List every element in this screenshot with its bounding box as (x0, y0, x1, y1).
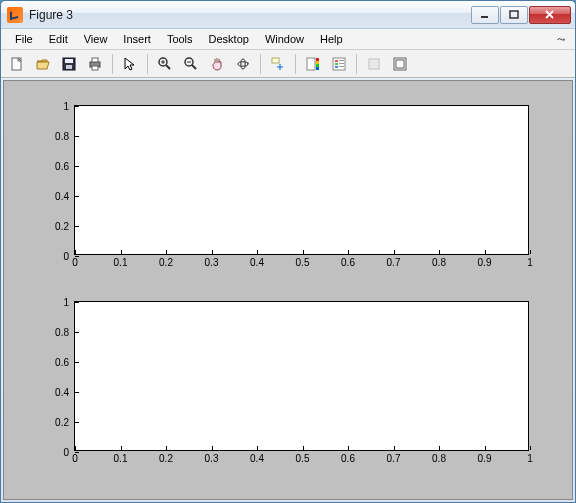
axes-2[interactable]: 00.20.40.60.8100.10.20.30.40.50.60.70.80… (74, 301, 529, 451)
menubar-chevron-icon[interactable]: ⤳ (553, 34, 569, 45)
svg-rect-9 (92, 58, 98, 62)
svg-point-19 (241, 59, 245, 69)
figure-window: Figure 3 FileEditViewInsertToolsDesktopW… (0, 0, 576, 503)
pointer-icon[interactable] (118, 53, 142, 75)
x-tick-label: 0.7 (387, 254, 401, 268)
minimize-button[interactable] (471, 6, 499, 24)
axes-1[interactable]: 00.20.40.60.8100.10.20.30.40.50.60.70.80… (74, 105, 529, 255)
menu-edit[interactable]: Edit (41, 31, 76, 47)
toolbar-separator (260, 54, 261, 74)
svg-rect-32 (339, 60, 344, 61)
y-tick-label: 1 (63, 297, 75, 308)
svg-point-11 (159, 58, 167, 66)
svg-rect-26 (316, 64, 319, 67)
menu-insert[interactable]: Insert (115, 31, 159, 47)
x-tick-label: 0.4 (250, 450, 264, 464)
close-button[interactable] (529, 6, 571, 24)
menubar: FileEditViewInsertToolsDesktopWindowHelp… (1, 29, 575, 50)
menu-window[interactable]: Window (257, 31, 312, 47)
svg-rect-35 (369, 59, 379, 69)
svg-rect-37 (396, 60, 404, 68)
x-tick-label: 0.2 (159, 450, 173, 464)
y-tick-label: 0.8 (55, 131, 75, 142)
y-tick-label: 0.8 (55, 327, 75, 338)
svg-rect-24 (316, 58, 319, 61)
show-tools-icon[interactable] (388, 53, 412, 75)
svg-rect-1 (510, 11, 518, 18)
menu-desktop[interactable]: Desktop (201, 31, 257, 47)
y-tick-label: 1 (63, 101, 75, 112)
x-tick-label: 0.8 (432, 450, 446, 464)
menu-file[interactable]: File (7, 31, 41, 47)
toolbar-separator (147, 54, 148, 74)
svg-rect-36 (394, 58, 406, 70)
svg-rect-25 (316, 61, 319, 64)
print-icon[interactable] (83, 53, 107, 75)
x-tick-label: 0.9 (478, 254, 492, 268)
svg-point-15 (185, 58, 193, 66)
x-tick-label: 0 (72, 450, 78, 464)
svg-rect-34 (339, 66, 344, 67)
y-tick-label: 0.4 (55, 387, 75, 398)
figure-canvas: 00.20.40.60.8100.10.20.30.40.50.60.70.80… (3, 80, 573, 500)
x-tick-label: 0.9 (478, 450, 492, 464)
window-controls (471, 6, 571, 24)
colorbar-icon[interactable] (301, 53, 325, 75)
toolbar-separator (295, 54, 296, 74)
svg-line-12 (166, 65, 170, 69)
maximize-button[interactable] (500, 6, 528, 24)
open-icon[interactable] (31, 53, 55, 75)
zoom-in-icon[interactable] (153, 53, 177, 75)
x-tick-label: 0.5 (296, 450, 310, 464)
zoom-out-icon[interactable] (179, 53, 203, 75)
y-tick-label: 0.6 (55, 161, 75, 172)
x-tick-label: 0.6 (341, 450, 355, 464)
window-title: Figure 3 (29, 8, 471, 22)
x-tick-label: 0.3 (205, 450, 219, 464)
hide-tools-icon (362, 53, 386, 75)
data-cursor-icon[interactable] (266, 53, 290, 75)
toolbar (1, 50, 575, 78)
svg-rect-7 (66, 65, 72, 69)
x-tick-label: 0.3 (205, 254, 219, 268)
svg-rect-33 (339, 63, 344, 64)
x-tick-label: 0.2 (159, 254, 173, 268)
legend-icon[interactable] (327, 53, 351, 75)
menu-help[interactable]: Help (312, 31, 351, 47)
rotate3d-icon[interactable] (231, 53, 255, 75)
x-tick-label: 0.4 (250, 254, 264, 268)
menu-view[interactable]: View (76, 31, 116, 47)
x-tick-label: 0.1 (114, 450, 128, 464)
x-tick-label: 0 (72, 254, 78, 268)
x-tick-label: 0.1 (114, 254, 128, 268)
titlebar[interactable]: Figure 3 (1, 1, 575, 29)
x-tick-label: 1 (527, 450, 533, 464)
x-tick-label: 0.7 (387, 450, 401, 464)
svg-rect-8 (90, 62, 100, 67)
svg-rect-23 (307, 58, 315, 70)
save-icon[interactable] (57, 53, 81, 75)
y-tick-label: 0.2 (55, 221, 75, 232)
toolbar-separator (356, 54, 357, 74)
x-tick-label: 0.6 (341, 254, 355, 268)
svg-rect-4 (12, 58, 21, 70)
menu-tools[interactable]: Tools (159, 31, 201, 47)
y-tick-label: 0.4 (55, 191, 75, 202)
svg-rect-5 (63, 58, 75, 70)
svg-rect-6 (65, 59, 73, 63)
svg-rect-28 (333, 58, 345, 70)
svg-point-18 (238, 61, 248, 65)
y-tick-label: 0.2 (55, 417, 75, 428)
x-tick-label: 0.5 (296, 254, 310, 268)
toolbar-separator (112, 54, 113, 74)
svg-line-16 (192, 65, 196, 69)
x-tick-label: 1 (527, 254, 533, 268)
svg-rect-10 (92, 66, 98, 70)
svg-rect-27 (316, 67, 319, 70)
pan-icon[interactable] (205, 53, 229, 75)
svg-line-3 (546, 11, 553, 18)
matlab-figure-icon (7, 7, 23, 23)
svg-line-2 (546, 11, 553, 18)
new-figure-icon[interactable] (5, 53, 29, 75)
svg-rect-20 (272, 58, 279, 63)
